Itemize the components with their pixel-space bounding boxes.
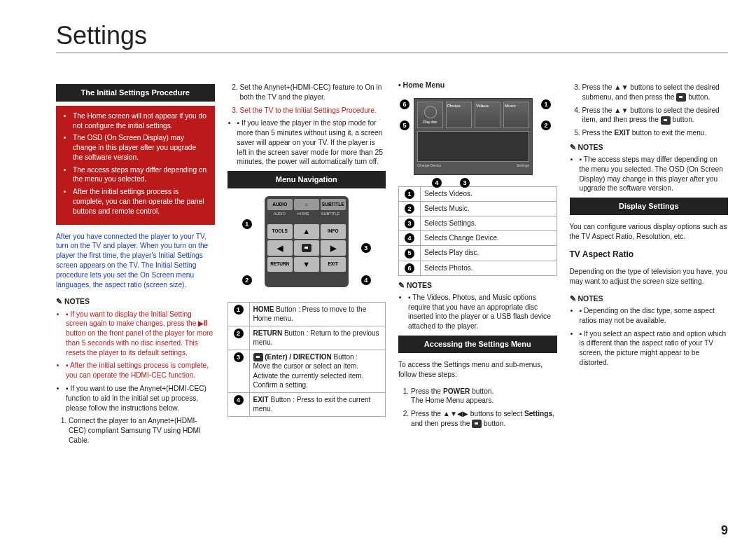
callout-4: 4 bbox=[361, 275, 371, 285]
btn-info: INFO bbox=[321, 224, 346, 239]
red-callout-box: The Home screen will not appear if you d… bbox=[56, 106, 215, 225]
header-display-settings: Display Settings bbox=[570, 198, 729, 215]
red-item: The OSD (On Screen Display) may change i… bbox=[73, 133, 208, 162]
rule-line bbox=[56, 53, 728, 53]
notes-heading: NOTES bbox=[570, 142, 729, 152]
header-menu-nav: Menu Navigation bbox=[227, 171, 386, 188]
column-3: • Home Menu 1 2 3 4 5 6 Play disc Photos… bbox=[398, 80, 557, 449]
aspect-ratio-heading: TV Aspect Ratio bbox=[570, 249, 729, 260]
home-footer: Change Device Settings bbox=[417, 163, 529, 168]
btn-up: ▲ bbox=[294, 224, 319, 239]
btn-exit: EXIT bbox=[321, 257, 346, 272]
list-item: Set the TV to the Initial Settings Proce… bbox=[240, 106, 386, 116]
aspect-notes: Depending on the disc type, some aspect … bbox=[570, 306, 729, 368]
tile-music: Music bbox=[503, 102, 529, 128]
list-item: Connect the player to an Anynet+(HDMI-CE… bbox=[69, 416, 215, 445]
home-menu-label: • Home Menu bbox=[398, 80, 557, 90]
remote-control-graphic: AUDIO ⌂ SUBTITLE AUDIO HOME SUBTITLE TOO… bbox=[265, 196, 349, 287]
callout: 2 bbox=[541, 120, 551, 130]
tile-photos: Photos bbox=[446, 102, 472, 128]
column-2: Set the Anynet+(HDMI-CEC) feature to On … bbox=[227, 80, 386, 449]
callout: 5 bbox=[400, 120, 410, 130]
list-item: Press the ▲▼ buttons to select the desir… bbox=[582, 83, 729, 102]
btn-left: ◀ bbox=[267, 240, 293, 255]
notes-heading: NOTES bbox=[56, 296, 215, 306]
btn-subtitle: SUBTITLE bbox=[321, 199, 346, 210]
continued-list: Set the Anynet+(HDMI-CEC) feature to On … bbox=[227, 83, 386, 115]
aspect-text: Depending on the type of television you … bbox=[570, 267, 729, 287]
list-item: Set the Anynet+(HDMI-CEC) feature to On … bbox=[240, 83, 386, 102]
note-item: If you want to use the Anynet+(HDMI-CEC)… bbox=[66, 384, 215, 413]
manual-page: Settings The Initial Settings Procedure … bbox=[0, 0, 756, 552]
btn-home: ⌂ bbox=[294, 199, 319, 210]
note-item: If you want to display the Initial Setti… bbox=[66, 310, 215, 358]
btn-tools: TOOLS bbox=[267, 224, 293, 239]
callout: 1 bbox=[541, 99, 551, 109]
note-item: The access steps may differ depending on… bbox=[580, 155, 729, 193]
list-item: Press the POWER button.The Home Menu app… bbox=[411, 387, 557, 406]
callout-2: 2 bbox=[242, 275, 252, 285]
access-steps: Press the POWER button.The Home Menu app… bbox=[398, 387, 557, 429]
list-item: Press the EXIT button to exit the menu. bbox=[582, 128, 729, 138]
remote-diagram: 1 2 3 4 AUDIO ⌂ SUBTITLE AUDIO HOME SUBT… bbox=[240, 193, 373, 298]
tile-videos: Videos bbox=[475, 102, 500, 128]
btn-return: RETURN bbox=[267, 257, 293, 272]
intro-paragraph: After you have connected the player to y… bbox=[56, 232, 215, 290]
note-item: If you select an aspect ratio and option… bbox=[580, 329, 729, 368]
column-4: Press the ▲▼ buttons to select the desir… bbox=[570, 80, 729, 449]
remote-legend-table: 1HOME Button : Press to move to the Home… bbox=[227, 302, 386, 417]
table-row: 1HOME Button : Press to move to the Home… bbox=[227, 302, 386, 326]
columns: The Initial Settings Procedure The Home … bbox=[56, 80, 728, 449]
btn-audio: AUDIO bbox=[267, 199, 293, 210]
home-legend-table: 1Selects Videos. 2Selects Music. 3Select… bbox=[398, 186, 557, 275]
continued-steps: Press the ▲▼ buttons to select the desir… bbox=[570, 83, 729, 138]
header-accessing: Accessing the Settings Menu bbox=[398, 336, 557, 353]
page-number: 9 bbox=[721, 523, 728, 538]
btn-down: ▼ bbox=[294, 257, 319, 272]
callout: 6 bbox=[400, 99, 410, 109]
column-1: The Initial Settings Procedure The Home … bbox=[56, 80, 215, 449]
notes-list: If you want to display the Initial Setti… bbox=[56, 310, 215, 413]
table-row: 3 (Enter) / DIRECTION Button :Move the c… bbox=[227, 350, 386, 392]
home-screen-diagram: 1 2 3 4 5 6 Play disc Photos Videos Musi… bbox=[398, 92, 552, 184]
display-intro: You can configure various display option… bbox=[570, 222, 729, 242]
header-initial-settings: The Initial Settings Procedure bbox=[56, 84, 215, 102]
note-item: The Videos, Photos, and Music options re… bbox=[408, 293, 557, 331]
page-title: Settings bbox=[56, 21, 728, 50]
tile-large bbox=[417, 131, 529, 162]
access-intro: To access the Settings menu and sub-menu… bbox=[398, 360, 557, 380]
note-item: After the initial settings process is co… bbox=[66, 361, 215, 380]
red-item: After the initial settings process is co… bbox=[73, 187, 208, 216]
callout-3: 3 bbox=[361, 243, 371, 253]
sub-ordered-list: Connect the player to an Anynet+(HDMI-CE… bbox=[56, 416, 215, 445]
table-row: 4EXIT Button : Press to exit the current… bbox=[227, 392, 386, 416]
tile-playdisc: Play disc bbox=[417, 102, 443, 128]
btn-right: ▶ bbox=[321, 240, 346, 255]
list-item: Press the ▲▼◀▶ buttons to select Setting… bbox=[411, 409, 557, 429]
btn-enter bbox=[294, 240, 319, 255]
list-item: If you leave the player in the stop mode… bbox=[237, 118, 386, 167]
red-item: The Home screen will not appear if you d… bbox=[73, 111, 208, 131]
note-item: Depending on the disc type, some aspect … bbox=[580, 306, 729, 326]
red-item: The access steps may differ depending on… bbox=[73, 165, 208, 185]
callout-1: 1 bbox=[242, 219, 252, 229]
table-row: 2RETURN Button : Return to the previous … bbox=[227, 326, 386, 350]
home-screen-graphic: Play disc Photos Videos Music Change Dev… bbox=[414, 98, 533, 175]
stop-note: If you leave the player in the stop mode… bbox=[227, 118, 386, 167]
notes-heading: NOTES bbox=[398, 280, 557, 290]
notes-heading: NOTES bbox=[570, 294, 729, 303]
list-item: Press the ▲▼ buttons to select the desir… bbox=[582, 106, 729, 125]
